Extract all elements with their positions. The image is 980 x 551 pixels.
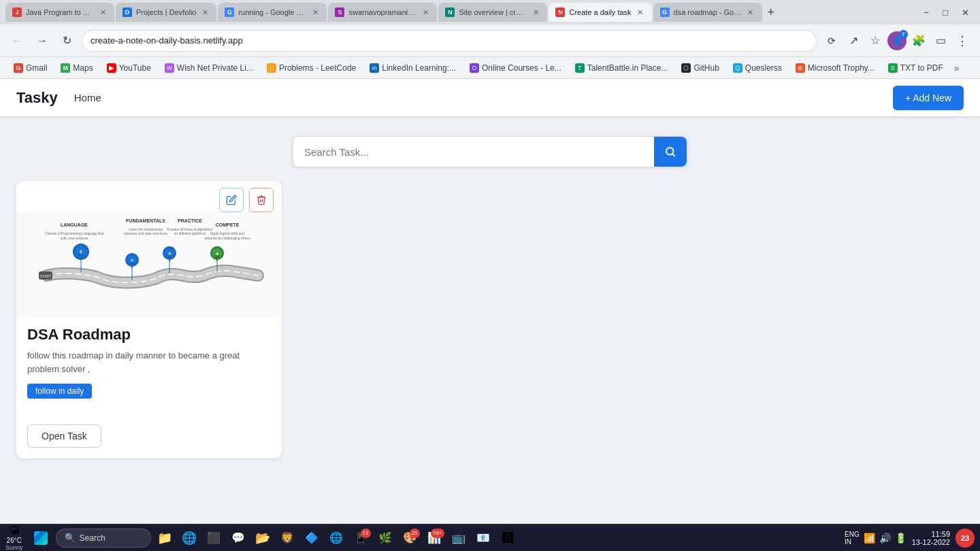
weather-widget[interactable]: 🌤 26°C Sunny [5,524,23,551]
windows-logo-icon [34,531,48,545]
battery-icon[interactable]: 🔋 [895,533,906,544]
open-task-button[interactable]: Open Task [27,424,101,448]
volume-icon[interactable]: 🔊 [879,533,891,544]
tab-java[interactable]: J Java Program to Add... ✕ [5,3,114,22]
bookmark-label-linkedin: LinkedIn Learning:... [382,63,456,73]
tab-projects[interactable]: D Projects | Devfolio ✕ [116,3,216,22]
nav-home[interactable]: Home [74,92,101,103]
taskbar-search[interactable]: 🔍 Search [56,529,151,548]
bookmark-talentbattle[interactable]: T TalentBattle.in Place... [570,61,674,75]
tab-label-site: Site overview | create... [459,8,527,16]
svg-text:START: START [40,274,51,278]
profile-avatar[interactable]: 👤 7 [887,31,906,50]
chrome-icon: 🌐 [329,531,343,544]
tab-close-site[interactable]: ✕ [531,7,540,17]
new-tab-button[interactable]: + [764,5,779,20]
notification-count[interactable]: 23 [956,529,975,548]
app4-icon: 📺 [452,531,466,544]
card-description: follow this roadmap in daily manner to b… [27,349,271,375]
bookmark-online[interactable]: O Online Courses - Le... [464,61,567,75]
window-maximize-button[interactable]: □ [937,6,953,19]
app-logo: Tasky [16,89,58,107]
language-indicator[interactable]: ENGIN [845,531,860,546]
bookmark-icon[interactable]: ☆ [866,31,885,50]
extensions-icon[interactable]: 🧩 [909,31,928,50]
search-button[interactable] [654,137,687,167]
taskbar-chrome[interactable]: 🌐 [325,528,347,548]
taskbar-brave[interactable]: 🦁 [276,528,298,548]
window-close-button[interactable]: ✕ [956,6,975,19]
forward-button[interactable]: → [33,31,52,50]
wifi-icon[interactable]: 📶 [864,533,875,544]
reload-button[interactable]: ↻ [57,31,76,50]
taskbar-vs[interactable]: 🔷 [301,528,323,548]
clock-date: 13-12-2022 [912,538,950,546]
tab-close-create[interactable]: ✕ [636,7,645,17]
tab-swarna[interactable]: S swarnavopramanik/ta... ✕ [328,3,437,22]
tab-bar: J Java Program to Add... ✕ D Projects | … [0,0,980,24]
bookmark-linkedin[interactable]: in LinkedIn Learning:... [364,61,461,75]
tab-close-google[interactable]: ✕ [310,7,320,17]
svg-text:COMPETE: COMPETE [216,222,240,227]
translate-icon[interactable]: ⟳ [822,31,841,50]
svg-point-0 [666,148,674,155]
taskbar-terminal[interactable]: ⬛ [203,528,225,548]
tab-close-projects[interactable]: ✕ [200,7,210,17]
app-header: Tasky Home + Add New [0,79,980,117]
tab-create[interactable]: N Create a daily task ✕ [549,3,651,22]
taskbar-edge[interactable]: 🌐 [178,528,200,548]
bookmark-txt-pdf[interactable]: S TXT to PDF [883,61,949,75]
window-minimize-button[interactable]: − [919,6,935,19]
tab-dsa[interactable]: G dsa roadmap - Googl... ✕ [653,3,762,22]
back-button[interactable]: ← [8,31,27,50]
bookmarks-more-icon[interactable]: » [951,63,962,73]
share-icon[interactable]: ↗ [844,31,863,50]
app-area: Tasky Home + Add New [0,79,980,524]
bookmark-wish[interactable]: W Wish Net Private Li... [159,61,259,75]
taskbar-folder[interactable]: 📂 [252,528,274,548]
taskbar-office[interactable]: 🅾 [497,528,519,548]
tab-label-swarna: swarnavopramanik/ta... [348,8,416,16]
bookmark-label-github: GitHub [693,63,719,73]
chat-icon: 💬 [231,531,245,544]
app3-badge: 99+ [431,529,444,538]
bookmark-github[interactable]: ⬡ GitHub [676,61,724,75]
taskbar-app3[interactable]: 📊 99+ [423,528,445,548]
bookmark-gmail[interactable]: G Gmail [8,61,52,75]
taskbar-app2[interactable]: 🎨 25 [399,528,421,548]
card-footer: Open Task [16,418,282,458]
bookmark-microsoft[interactable]: ⊞ Microsoft Trophy... [790,61,880,75]
weather-condition: Sunny [5,544,23,551]
taskbar-app4[interactable]: 📺 [448,528,470,548]
taskbar-whatsapp[interactable]: 📱 13 [350,528,372,548]
svg-text:PRACTICE: PRACTICE [178,218,202,223]
menu-icon[interactable]: ⋮ [953,31,972,50]
add-new-button[interactable]: + Add New [893,86,964,110]
taskbar-file-explorer[interactable]: 📁 [154,528,176,548]
address-input[interactable] [82,30,817,52]
tab-close-swarna[interactable]: ✕ [421,7,430,17]
tab-close-java[interactable]: ✕ [98,7,108,17]
clock-time: 11:59 [931,530,950,538]
bookmark-label-queslerss: Queslerss [745,63,782,73]
tab-close-dsa[interactable]: ✕ [746,7,755,17]
taskbar-app1[interactable]: 🌿 [374,528,396,548]
clock[interactable]: 11:59 13-12-2022 [912,530,950,546]
card-image: LANGUAGE Choose a Programming Language t… [16,212,282,318]
search-input[interactable] [293,137,654,167]
taskbar-app5[interactable]: 📧 [472,528,494,548]
tab-label-java: Java Program to Add... [26,8,94,16]
edit-button[interactable] [219,188,244,212]
delete-button[interactable] [249,188,274,212]
sidebar-icon[interactable]: ▭ [931,31,950,50]
file-explorer-icon: 📁 [157,531,172,546]
tab-google-search[interactable]: G running - Google Sea... ✕ [218,3,327,22]
bookmark-youtube[interactable]: ▶ YouTube [101,61,157,75]
taskbar-chat[interactable]: 💬 [227,528,249,548]
bookmark-leetcode[interactable]: L Problems - LeetCode [261,61,361,75]
bookmark-queslerss[interactable]: Q Queslerss [728,61,787,75]
brave-icon: 🦁 [280,531,294,544]
start-button[interactable] [29,528,53,548]
bookmark-maps[interactable]: M Maps [55,61,98,75]
tab-site[interactable]: N Site overview | create... ✕ [438,3,547,22]
